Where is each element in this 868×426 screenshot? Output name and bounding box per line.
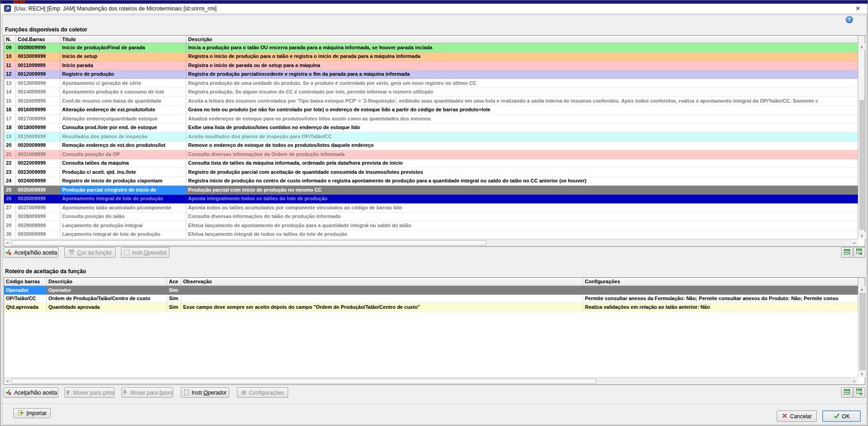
export-grid-alt-button[interactable]	[853, 247, 865, 258]
configurations-button[interactable]: ⚙ Configurações	[237, 387, 288, 398]
cell: Atualiza endereços de estoque para os pr…	[186, 114, 858, 124]
cancel-label: Cancelar	[790, 413, 812, 420]
cell: Efetua lançamento integral de todos os t…	[186, 230, 858, 239]
cell: Efetua lançamento de apontamento de prod…	[186, 221, 858, 230]
route-row[interactable]: OP/Talão/CCOrdem de Produção/Talão/Centr…	[4, 295, 858, 303]
function-row[interactable]: 140014009999Apontamento produção e consu…	[4, 88, 858, 97]
function-row[interactable]: 110011009999Início paradaRegistra o iníc…	[4, 61, 858, 70]
cell: 09	[4, 43, 16, 52]
function-row[interactable]: 300030009999Lançamento integral de lote …	[4, 230, 858, 239]
move-down-button[interactable]: Mover para baixo	[121, 387, 173, 398]
cell: 0020009999	[16, 141, 60, 151]
function-row[interactable]: 190019009999Resultados dos planos de ins…	[4, 132, 858, 141]
function-row[interactable]: 280028009999Consulta posição do talãoCon…	[4, 213, 858, 222]
function-row[interactable]: 090009009999Início de produção/Final de …	[4, 43, 858, 52]
function-row[interactable]: 260026009999Apontamento integral de lote…	[4, 195, 858, 204]
function-row[interactable]: 200020009999Remoção endereço de est.dos …	[4, 141, 858, 151]
function-row[interactable]: 180018009999Consulta prod./lote por end.…	[4, 124, 858, 133]
horizontal-scrollbar-thumb[interactable]	[11, 240, 486, 245]
cell: 0009009999	[16, 43, 60, 52]
function-row[interactable]: 130013009999Apontamento c/ geração de sé…	[4, 79, 858, 88]
route-row[interactable]: Qtd.aprovadaQuantidade aprovadaSimEsse c…	[4, 303, 858, 312]
function-color-button[interactable]: Cor da função	[64, 247, 116, 258]
functions-horizontal-scrollbar[interactable]: < >	[4, 239, 858, 246]
cancel-button[interactable]: Cancelar	[777, 410, 817, 422]
export-grid-button[interactable]	[841, 247, 853, 258]
column-header[interactable]: Cód.Barras	[16, 36, 60, 43]
function-row[interactable]: 270027009999Apontamento talão acumulado …	[4, 203, 858, 213]
route-accept-button[interactable]: Aceita/Não aceita	[4, 387, 58, 398]
horizontal-scrollbar-thumb[interactable]	[11, 379, 596, 384]
scroll-up-icon[interactable]: ∧	[858, 286, 865, 293]
cell: Aceita a leitura dos insumos controlados…	[186, 97, 858, 106]
app-icon	[4, 5, 11, 12]
column-header[interactable]: Ace	[167, 278, 181, 286]
cell: Operador	[47, 286, 167, 295]
cell: Sim	[167, 286, 181, 295]
route-horizontal-scrollbar[interactable]: < >	[4, 377, 858, 384]
route-row[interactable]: OperadorOperadorSim	[4, 286, 858, 295]
function-row[interactable]: 210021009999Consulta posição da OPConsul…	[4, 150, 858, 159]
column-header[interactable]: Descrição	[47, 278, 167, 286]
scroll-up-icon[interactable]: ∧	[858, 43, 865, 50]
cell: 21	[4, 150, 16, 159]
scroll-down-icon[interactable]: ∨	[858, 232, 865, 239]
cell: 0016009999	[16, 106, 60, 115]
scroll-left-icon[interactable]: <	[4, 239, 11, 246]
scroll-right-icon[interactable]: >	[851, 239, 858, 246]
scroll-right-icon[interactable]: >	[851, 378, 858, 384]
function-row[interactable]: 150015009999Conf.de insumo com baixa de …	[4, 97, 858, 106]
column-header[interactable]: Código barras	[4, 278, 47, 286]
column-header[interactable]: Título	[60, 36, 186, 43]
cell: Início de setup	[60, 52, 186, 62]
cell: Apontamento integral de lote de produção	[60, 195, 186, 204]
scroll-down-icon[interactable]: ∨	[858, 370, 865, 377]
cell: Consulta prod./lote por end. de estoque	[60, 124, 186, 133]
cell: Sim	[167, 295, 181, 303]
cell: Esse campo deve sempre ser aceito depois…	[181, 303, 583, 312]
operator-instructions-button[interactable]: Instr.Operador	[121, 247, 169, 258]
cell: 19	[4, 132, 16, 141]
column-header[interactable]: N.	[4, 36, 16, 43]
function-row[interactable]: 120012009999Registro de produçãoRegistra…	[4, 70, 858, 79]
route-vertical-scrollbar[interactable]: ∧ ∨	[858, 286, 865, 377]
top-edge-accent	[13, 0, 25, 4]
function-row[interactable]: 220022009999Consulta talões da máquinaCo…	[4, 159, 858, 168]
function-row[interactable]: 170017009999Alteração endereço/quantidad…	[4, 114, 858, 124]
function-row[interactable]: 230023009999Produção c/ aceit. qtd. ins.…	[4, 168, 858, 177]
function-row[interactable]: 100010009999Início de setupRegistra o in…	[4, 52, 858, 62]
cell: Produção parcial com início de produção …	[186, 186, 858, 195]
export-grid-alt-button[interactable]	[853, 387, 865, 398]
cell: Ordem de Produção/Talão/Centro de custo	[47, 295, 167, 303]
color-palette-icon	[68, 249, 75, 257]
accept-function-button[interactable]: Aceita/Não aceita	[4, 247, 58, 258]
vertical-scrollbar-thumb[interactable]	[859, 100, 864, 230]
functions-grid-rows: 090009009999Início de produção/Final de …	[4, 43, 858, 239]
cell: 0010009999	[16, 52, 60, 62]
cell: 0015009999	[16, 97, 60, 106]
cancel-x-icon	[782, 413, 788, 420]
vertical-scrollbar-thumb[interactable]	[859, 293, 864, 370]
close-icon[interactable]: ✕	[851, 4, 865, 13]
cell: Produção c/ aceit. qtd. ins./lote	[60, 168, 186, 177]
function-row[interactable]: 160016009999Alteração endereço de est.pr…	[4, 106, 858, 115]
column-header[interactable]: Descrição	[186, 36, 858, 43]
cell: OP/Talão/CC	[4, 295, 47, 303]
route-operator-instructions-button[interactable]: Instr.Operador	[181, 387, 229, 398]
cell: Conf.de insumo com baixa de quantidade	[60, 97, 186, 106]
import-button[interactable]: Importar	[13, 408, 51, 418]
functions-vertical-scrollbar[interactable]: ∧ ∨	[858, 43, 865, 239]
export-grid-button[interactable]	[841, 387, 853, 398]
help-icon[interactable]: ?	[846, 16, 853, 23]
column-header[interactable]: Configurações	[583, 278, 858, 286]
gear-icon: ⚙	[241, 390, 247, 395]
function-row[interactable]: 250025009999Produção parcial c/registro …	[4, 186, 858, 195]
cell: Aceita resultados dos planos de inspeção…	[186, 132, 858, 141]
scroll-left-icon[interactable]: <	[4, 378, 11, 384]
cell: Consulta diversas informações da Ordem d…	[186, 150, 858, 159]
ok-button[interactable]: OK	[822, 410, 861, 422]
function-row[interactable]: 240024009999Registro de início de produç…	[4, 177, 858, 186]
function-row[interactable]: 290029009999Lançamento de produção integ…	[4, 221, 858, 230]
move-up-button[interactable]: Mover para cima	[64, 387, 115, 398]
column-header[interactable]: Observação	[181, 278, 583, 286]
